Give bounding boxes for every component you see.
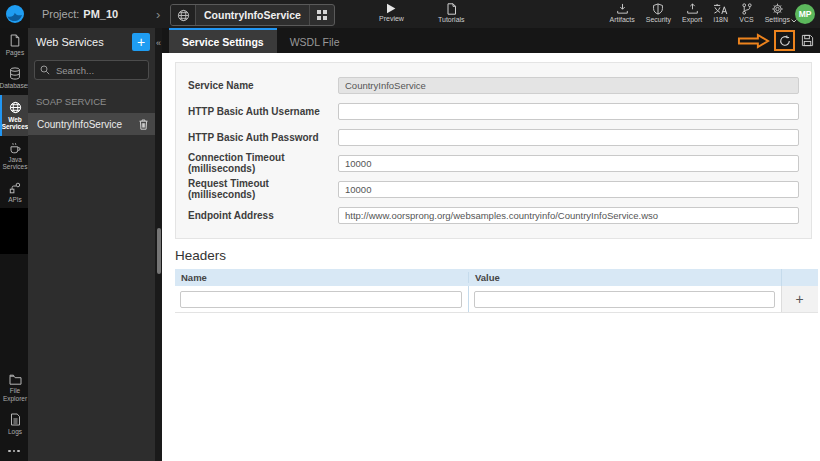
field-label: Service Name (188, 80, 338, 91)
service-chip-label: CountryInfoService (196, 9, 309, 21)
preview-label: Preview (379, 15, 404, 22)
wavemaker-logo-icon (5, 4, 25, 24)
globe-icon (171, 5, 196, 25)
sidebar-item-java-services[interactable]: Java Services (0, 136, 28, 176)
i18n-translate-icon (713, 3, 728, 15)
form-row: Endpoint Address (188, 202, 799, 228)
sidebar-item-databases[interactable]: Databases (0, 61, 28, 94)
app-window: Project: PM_10 › CountryInfoService Prev… (0, 0, 820, 461)
sidebar-item-web-services[interactable]: Web Services (0, 95, 28, 136)
project-label: Project: (42, 8, 79, 20)
tab-wsdl-file[interactable]: WSDL File (277, 28, 353, 53)
wavemaker-logo[interactable] (0, 0, 30, 28)
service-name-input[interactable] (338, 77, 799, 94)
logs-icon (10, 413, 21, 426)
export-button[interactable]: Export (682, 3, 702, 23)
branch-icon (741, 3, 753, 15)
add-header-button[interactable]: + (781, 286, 818, 312)
field-label: Endpoint Address (188, 210, 338, 221)
settings-label: Settings (765, 16, 790, 23)
upload-icon (686, 3, 699, 15)
form-row: Connection Timeout (milliseconds) (188, 150, 799, 176)
service-settings-content: Service Name HTTP Basic Auth Username HT… (162, 53, 820, 461)
service-item-label: CountryInfoService (37, 119, 122, 130)
service-search[interactable] (34, 60, 149, 80)
project-name: PM_10 (83, 8, 118, 20)
add-service-button[interactable]: + (132, 33, 150, 51)
tab-actions (737, 28, 820, 53)
endpoint-address-input[interactable] (338, 207, 799, 224)
download-icon (616, 3, 629, 15)
headers-section-title: Headers (175, 248, 820, 263)
sidebar-item-apis[interactable]: APIs (0, 176, 28, 208)
shield-icon (652, 3, 664, 15)
search-input[interactable] (54, 64, 143, 77)
column-header-name: Name (175, 272, 468, 283)
left-sidebar: Pages Databases Web Services Java Serv (0, 28, 28, 461)
sidebar-divider (0, 208, 28, 254)
headers-table-header: Name Value (175, 269, 818, 286)
more-options-icon[interactable] (0, 441, 28, 461)
panel-header: Web Services + (28, 28, 155, 56)
topbar-right-actions: Artifacts Security Export (609, 3, 790, 23)
headers-table-row: + (175, 286, 818, 313)
user-avatar[interactable]: MP (795, 4, 815, 24)
web-services-globe-icon (9, 101, 22, 114)
column-header-actions (781, 269, 818, 286)
save-floppy-icon (801, 34, 814, 47)
vcs-button[interactable]: VCS (739, 3, 753, 23)
databases-icon (9, 67, 21, 80)
file-explorer-folder-icon (9, 374, 22, 385)
artifacts-label: Artifacts (609, 16, 634, 23)
preview-button[interactable]: Preview (379, 3, 404, 22)
tab-bar: Service Settings WSDL File (162, 28, 820, 53)
tutorials-doc-icon (446, 3, 457, 15)
basic-auth-username-input[interactable] (338, 103, 799, 120)
artifacts-button[interactable]: Artifacts (609, 3, 634, 23)
gear-icon (771, 3, 784, 15)
form-row: HTTP Basic Auth Username (188, 98, 799, 124)
play-icon (386, 3, 396, 14)
collapse-panel-icon[interactable]: « (155, 35, 162, 51)
security-button[interactable]: Security (646, 3, 671, 23)
tab-service-settings[interactable]: Service Settings (169, 28, 277, 53)
security-label: Security (646, 16, 671, 23)
connection-timeout-input[interactable] (338, 155, 799, 172)
request-timeout-input[interactable] (338, 181, 799, 198)
java-services-coffee-icon (9, 142, 21, 154)
headers-table: Name Value + (175, 269, 818, 313)
save-button[interactable] (799, 32, 815, 49)
panel-title: Web Services (36, 36, 104, 48)
apis-icon (9, 182, 21, 194)
field-label: HTTP Basic Auth Username (188, 106, 338, 117)
project-breadcrumb[interactable]: Project: PM_10 (42, 0, 118, 28)
settings-button[interactable]: Settings (765, 3, 790, 23)
field-label: Connection Timeout (milliseconds) (188, 152, 338, 174)
column-header-value: Value (468, 272, 781, 283)
service-list-item[interactable]: CountryInfoService (28, 113, 155, 135)
search-icon (40, 65, 50, 75)
sidebar-item-logs[interactable]: Logs (0, 407, 28, 440)
web-services-panel: Web Services + SOAP SERVICE CountryInfoS… (28, 28, 155, 461)
service-breadcrumb-chip[interactable]: CountryInfoService (170, 4, 335, 26)
trash-icon[interactable] (139, 119, 148, 130)
main-area: Service Settings WSDL File (162, 28, 820, 461)
header-value-input[interactable] (474, 291, 775, 308)
i18n-label: i18N (714, 16, 728, 23)
form-row: Request Timeout (milliseconds) (188, 176, 799, 202)
sidebar-item-file-explorer[interactable]: File Explorer (0, 368, 28, 407)
header-name-input[interactable] (180, 291, 462, 308)
form-row: HTTP Basic Auth Password (188, 124, 799, 150)
soap-service-section-label: SOAP SERVICE (28, 86, 155, 113)
refresh-service-button[interactable] (774, 30, 795, 51)
vcs-label: VCS (739, 16, 753, 23)
pages-icon (9, 34, 21, 47)
scrollbar-thumb[interactable] (157, 228, 161, 274)
sidebar-item-pages[interactable]: Pages (0, 28, 28, 61)
grid-icon[interactable] (309, 5, 334, 25)
basic-auth-password-input[interactable] (338, 129, 799, 146)
tutorials-button[interactable]: Tutorials (438, 3, 465, 23)
i18n-button[interactable]: i18N (713, 3, 728, 23)
field-label: Request Timeout (milliseconds) (188, 178, 338, 200)
top-bar: Project: PM_10 › CountryInfoService Prev… (0, 0, 820, 28)
